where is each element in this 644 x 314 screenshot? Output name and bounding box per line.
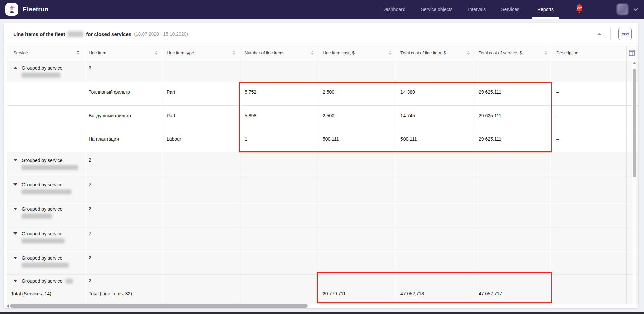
group-label: Grouped by service [22,65,62,78]
col-header-total-cost-service[interactable]: Total cost of service, $ [474,45,552,60]
scroll-left-icon[interactable] [7,304,9,308]
group-count: 2 [84,275,162,288]
col-header-line-item-cost[interactable]: Line item cost, $ [318,45,396,60]
expand-group-icon[interactable] [13,159,17,161]
collapse-report-icon[interactable] [597,33,602,35]
user-menu-chevron-down-icon[interactable] [634,7,638,11]
user-avatar[interactable] [617,4,628,15]
group-row-1: Grouped by service 3 [7,60,638,82]
group-count: 2 [84,152,162,177]
sort-icon-total-line[interactable] [467,51,470,55]
line-item-type: Labour [162,129,240,152]
group-count: 2 [84,177,162,201]
sort-icon-number[interactable] [311,51,314,55]
col-header-total-cost-line-item[interactable]: Total cost of line item, $ [396,45,474,60]
bottom-edge-strip [0,312,644,314]
number-of-line-items: 1 [240,129,318,152]
scroll-up-icon[interactable] [633,62,636,64]
service-name-blurred [66,279,73,284]
totals-line-items: Total (Line items: 32) [84,288,162,304]
service-name-blurred [22,189,71,194]
nav-reports[interactable]: Reports [535,0,556,19]
nav-services[interactable]: Services [501,0,519,19]
sort-icon-line-item-type[interactable] [233,51,235,55]
horizontal-scrollbar[interactable] [7,304,630,308]
sort-icon-line-item[interactable] [155,51,158,55]
header-divider [610,27,611,40]
line-items-table: Service Line item Line item type Number … [7,45,638,304]
expand-group-icon[interactable] [13,232,17,235]
report-title: Line items of the fleet for closed servi… [13,31,188,37]
sort-icon-service[interactable] [77,51,79,55]
group-count: 2 [84,250,162,274]
group-row-4: Grouped by service 2 [7,201,638,226]
nav-dashboard[interactable]: Dashboard [382,0,406,19]
expand-group-icon[interactable] [13,280,17,282]
group-row-7: Grouped by service 2 [7,275,638,288]
expand-group-icon[interactable] [13,183,17,186]
service-name-blurred [22,165,78,170]
total-cost-line-item: 500.111 [396,129,474,152]
total-cost-service: 29 625.111 [474,106,552,129]
vertical-scrollbar[interactable] [632,60,636,304]
report-title-prefix: Line items of the fleet [13,31,65,37]
expand-group-icon[interactable] [13,257,17,259]
line-item-cost: 500.111 [318,129,396,152]
line-item-cost: 2 500 [318,106,396,129]
service-name-blurred [22,214,52,219]
line-item-type: Part [162,82,240,105]
totals-total-cost-line-item: 47 052.718 [396,288,474,304]
report-card: Line items of the fleet for closed servi… [4,23,638,308]
expand-group-icon[interactable] [13,208,17,210]
detail-row-3: На плантации Labour 1 500.111 500.111 29… [7,129,638,152]
col-header-number-of-line-items[interactable]: Number of line items [240,45,318,60]
collapse-group-icon[interactable] [13,67,17,69]
app-title: Fleetrun [23,6,49,13]
fleetrun-logo-icon [5,3,18,16]
fleet-name-blurred [68,31,83,37]
main-navigation: Dashboard Service objects Intervals Serv… [382,0,556,19]
service-name-blurred [22,73,60,78]
line-item-name: Топливный фильтр [84,82,162,105]
group-row-3: Grouped by service 2 [7,177,638,201]
report-title-suffix: for closed services [86,31,131,37]
number-of-line-items: 5.752 [240,82,318,105]
number-of-line-items: 5.898 [240,106,318,129]
description: – [552,82,627,105]
notification-count-badge: 99+ [577,6,582,9]
total-cost-service: 29 625.111 [474,82,552,105]
notifications-bell-icon[interactable]: 99+ [574,4,585,15]
detail-row-1: Топливный фильтр Part 5.752 2 500 14 380… [7,82,638,106]
line-item-name: Воздушный фильтр [84,106,162,129]
horizontal-scrollbar-thumb[interactable] [10,304,308,308]
line-item-name: На плантации [84,129,162,152]
nav-intervals[interactable]: Intervals [468,0,486,19]
col-header-line-item[interactable]: Line item [84,45,162,60]
total-cost-line-item: 14 745 [396,106,474,129]
group-count: 3 [84,60,162,82]
sort-icon-cost[interactable] [389,51,391,55]
total-cost-service: 29 625.111 [474,129,552,152]
totals-line-item-cost: 20 779.711 [318,288,396,304]
top-navbar: Fleetrun Dashboard Service objects Inter… [0,0,644,19]
service-name-blurred [22,238,65,243]
totals-services: Total (Services: 14) [7,288,84,304]
total-cost-line-item: 14 380 [396,82,474,105]
col-header-service[interactable]: Service [7,45,84,60]
nav-service-objects[interactable]: Service objects [421,0,452,19]
column-settings-icon[interactable] [629,50,635,57]
group-row-6: Grouped by service 2 [7,250,638,275]
detail-row-2: Воздушный фильтр Part 5.898 2 500 14 745… [7,106,638,129]
group-row-5: Grouped by service 2 [7,226,638,250]
export-xlsx-button[interactable]: .xlsx [618,28,632,40]
report-header: Line items of the fleet for closed servi… [4,23,638,45]
group-count: 2 [84,226,162,250]
col-header-description: Description [552,45,627,60]
sort-icon-total-service[interactable] [545,51,547,55]
vertical-scrollbar-thumb[interactable] [633,69,636,177]
totals-row: Total (Services: 14) Total (Line items: … [7,288,638,304]
report-date-range: (18.07.2020 - 15.10.2020) [134,31,188,37]
totals-total-cost-service: 47 052.717 [474,288,552,304]
col-header-line-item-type[interactable]: Line item type [162,45,240,60]
description: – [552,106,627,129]
